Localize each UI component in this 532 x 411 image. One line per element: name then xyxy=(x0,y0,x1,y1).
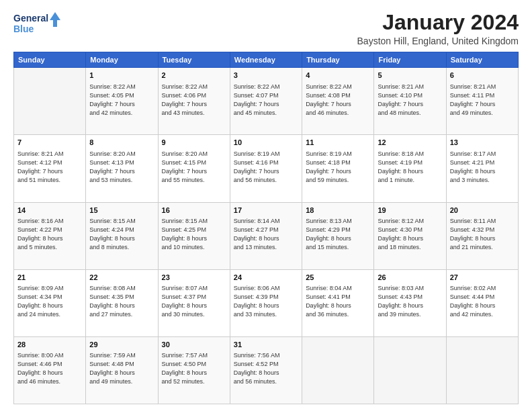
day-number: 20 xyxy=(450,205,515,216)
day-number: 11 xyxy=(306,138,370,148)
day-number: 18 xyxy=(306,205,370,216)
calendar-cell: 4Sunrise: 8:22 AM Sunset: 4:08 PM Daylig… xyxy=(302,68,374,135)
day-info: Sunrise: 8:00 AM Sunset: 4:46 PM Dayligh… xyxy=(17,351,82,386)
day-number: 4 xyxy=(306,71,370,81)
calendar-cell: 31Sunrise: 7:56 AM Sunset: 4:52 PM Dayli… xyxy=(230,336,302,404)
day-info: Sunrise: 8:22 AM Sunset: 4:06 PM Dayligh… xyxy=(162,83,226,118)
calendar-cell: 11Sunrise: 8:19 AM Sunset: 4:18 PM Dayli… xyxy=(302,135,374,202)
calendar-cell: 12Sunrise: 8:18 AM Sunset: 4:19 PM Dayli… xyxy=(374,135,446,202)
calendar-cell: 3Sunrise: 8:22 AM Sunset: 4:07 PM Daylig… xyxy=(230,68,302,135)
week-row-4: 21Sunrise: 8:09 AM Sunset: 4:34 PM Dayli… xyxy=(14,269,519,336)
day-info: Sunrise: 8:22 AM Sunset: 4:07 PM Dayligh… xyxy=(234,83,298,118)
day-number: 17 xyxy=(234,205,298,216)
calendar-cell: 1Sunrise: 8:22 AM Sunset: 4:05 PM Daylig… xyxy=(86,68,158,135)
day-number: 5 xyxy=(378,71,442,81)
calendar-cell: 27Sunrise: 8:02 AM Sunset: 4:44 PM Dayli… xyxy=(446,269,518,336)
day-number: 29 xyxy=(89,340,154,350)
day-info: Sunrise: 8:18 AM Sunset: 4:19 PM Dayligh… xyxy=(378,150,442,185)
calendar-cell: 2Sunrise: 8:22 AM Sunset: 4:06 PM Daylig… xyxy=(158,68,230,135)
logo-svg: General Blue xyxy=(13,11,60,36)
day-info: Sunrise: 8:22 AM Sunset: 4:08 PM Dayligh… xyxy=(306,83,370,118)
week-row-3: 14Sunrise: 8:16 AM Sunset: 4:22 PM Dayli… xyxy=(14,202,519,269)
day-info: Sunrise: 8:21 AM Sunset: 4:11 PM Dayligh… xyxy=(450,83,515,118)
day-info: Sunrise: 8:21 AM Sunset: 4:12 PM Dayligh… xyxy=(17,150,82,185)
day-number: 6 xyxy=(450,71,515,81)
svg-text:Blue: Blue xyxy=(13,24,34,34)
week-row-2: 7Sunrise: 8:21 AM Sunset: 4:12 PM Daylig… xyxy=(14,135,519,202)
day-info: Sunrise: 8:11 AM Sunset: 4:32 PM Dayligh… xyxy=(450,217,515,252)
day-info: Sunrise: 8:14 AM Sunset: 4:27 PM Dayligh… xyxy=(234,217,298,252)
calendar-cell: 9Sunrise: 8:20 AM Sunset: 4:15 PM Daylig… xyxy=(158,135,230,202)
weekday-header-row: SundayMondayTuesdayWednesdayThursdayFrid… xyxy=(14,52,519,68)
weekday-header-thursday: Thursday xyxy=(302,52,374,68)
day-info: Sunrise: 8:13 AM Sunset: 4:29 PM Dayligh… xyxy=(306,217,370,252)
calendar-cell: 21Sunrise: 8:09 AM Sunset: 4:34 PM Dayli… xyxy=(14,269,86,336)
day-number: 8 xyxy=(89,138,154,148)
day-info: Sunrise: 7:59 AM Sunset: 4:48 PM Dayligh… xyxy=(89,351,154,386)
calendar-cell xyxy=(374,336,446,404)
day-number: 19 xyxy=(378,205,442,216)
calendar-table: SundayMondayTuesdayWednesdayThursdayFrid… xyxy=(13,52,519,404)
day-info: Sunrise: 8:20 AM Sunset: 4:15 PM Dayligh… xyxy=(162,150,226,185)
day-info: Sunrise: 8:16 AM Sunset: 4:22 PM Dayligh… xyxy=(17,217,82,252)
weekday-header-monday: Monday xyxy=(86,52,158,68)
svg-marker-2 xyxy=(50,12,60,27)
header: General Blue January 2024 Bayston Hill, … xyxy=(13,11,519,46)
day-number: 10 xyxy=(234,138,298,148)
calendar-cell xyxy=(302,336,374,404)
calendar-cell: 10Sunrise: 8:19 AM Sunset: 4:16 PM Dayli… xyxy=(230,135,302,202)
day-info: Sunrise: 8:06 AM Sunset: 4:39 PM Dayligh… xyxy=(234,284,298,319)
day-number: 26 xyxy=(378,273,442,283)
svg-text:General: General xyxy=(13,13,48,24)
day-number: 15 xyxy=(89,205,154,216)
day-info: Sunrise: 7:57 AM Sunset: 4:50 PM Dayligh… xyxy=(162,351,226,386)
calendar-cell: 14Sunrise: 8:16 AM Sunset: 4:22 PM Dayli… xyxy=(14,202,86,269)
day-number: 9 xyxy=(162,138,226,148)
day-info: Sunrise: 8:20 AM Sunset: 4:13 PM Dayligh… xyxy=(89,150,154,185)
calendar-cell: 25Sunrise: 8:04 AM Sunset: 4:41 PM Dayli… xyxy=(302,269,374,336)
day-info: Sunrise: 8:19 AM Sunset: 4:18 PM Dayligh… xyxy=(306,150,370,185)
calendar-cell: 8Sunrise: 8:20 AM Sunset: 4:13 PM Daylig… xyxy=(86,135,158,202)
calendar-cell: 22Sunrise: 8:08 AM Sunset: 4:35 PM Dayli… xyxy=(86,269,158,336)
weekday-header-saturday: Saturday xyxy=(446,52,518,68)
day-info: Sunrise: 8:08 AM Sunset: 4:35 PM Dayligh… xyxy=(89,284,154,319)
weekday-header-tuesday: Tuesday xyxy=(158,52,230,68)
week-row-1: 1Sunrise: 8:22 AM Sunset: 4:05 PM Daylig… xyxy=(14,68,519,135)
day-number: 16 xyxy=(162,205,226,216)
day-info: Sunrise: 8:22 AM Sunset: 4:05 PM Dayligh… xyxy=(89,83,154,118)
calendar-cell xyxy=(14,68,86,135)
calendar-cell: 17Sunrise: 8:14 AM Sunset: 4:27 PM Dayli… xyxy=(230,202,302,269)
day-info: Sunrise: 8:02 AM Sunset: 4:44 PM Dayligh… xyxy=(450,284,515,319)
day-number: 21 xyxy=(17,273,82,283)
calendar-cell: 30Sunrise: 7:57 AM Sunset: 4:50 PM Dayli… xyxy=(158,336,230,404)
day-info: Sunrise: 8:09 AM Sunset: 4:34 PM Dayligh… xyxy=(17,284,82,319)
calendar-cell: 28Sunrise: 8:00 AM Sunset: 4:46 PM Dayli… xyxy=(14,336,86,404)
day-info: Sunrise: 8:17 AM Sunset: 4:21 PM Dayligh… xyxy=(450,150,515,185)
day-number: 14 xyxy=(17,205,82,216)
weekday-header-friday: Friday xyxy=(374,52,446,68)
weekday-header-wednesday: Wednesday xyxy=(230,52,302,68)
calendar-cell: 5Sunrise: 8:21 AM Sunset: 4:10 PM Daylig… xyxy=(374,68,446,135)
calendar-cell: 13Sunrise: 8:17 AM Sunset: 4:21 PM Dayli… xyxy=(446,135,518,202)
week-row-5: 28Sunrise: 8:00 AM Sunset: 4:46 PM Dayli… xyxy=(14,336,519,404)
day-info: Sunrise: 8:19 AM Sunset: 4:16 PM Dayligh… xyxy=(234,150,298,185)
day-number: 24 xyxy=(234,273,298,283)
day-number: 30 xyxy=(162,340,226,350)
day-info: Sunrise: 8:21 AM Sunset: 4:10 PM Dayligh… xyxy=(378,83,442,118)
day-info: Sunrise: 8:12 AM Sunset: 4:30 PM Dayligh… xyxy=(378,217,442,252)
weekday-header-sunday: Sunday xyxy=(14,52,86,68)
calendar-cell: 24Sunrise: 8:06 AM Sunset: 4:39 PM Dayli… xyxy=(230,269,302,336)
day-number: 12 xyxy=(378,138,442,148)
day-info: Sunrise: 8:03 AM Sunset: 4:43 PM Dayligh… xyxy=(378,284,442,319)
day-info: Sunrise: 8:04 AM Sunset: 4:41 PM Dayligh… xyxy=(306,284,370,319)
day-number: 13 xyxy=(450,138,515,148)
calendar-cell: 20Sunrise: 8:11 AM Sunset: 4:32 PM Dayli… xyxy=(446,202,518,269)
day-number: 22 xyxy=(89,273,154,283)
calendar-cell: 18Sunrise: 8:13 AM Sunset: 4:29 PM Dayli… xyxy=(302,202,374,269)
calendar-cell: 15Sunrise: 8:15 AM Sunset: 4:24 PM Dayli… xyxy=(86,202,158,269)
day-number: 7 xyxy=(17,138,82,148)
calendar-page: General Blue January 2024 Bayston Hill, … xyxy=(0,0,532,411)
calendar-cell: 29Sunrise: 7:59 AM Sunset: 4:48 PM Dayli… xyxy=(86,336,158,404)
day-number: 1 xyxy=(89,71,154,81)
calendar-cell: 16Sunrise: 8:15 AM Sunset: 4:25 PM Dayli… xyxy=(158,202,230,269)
